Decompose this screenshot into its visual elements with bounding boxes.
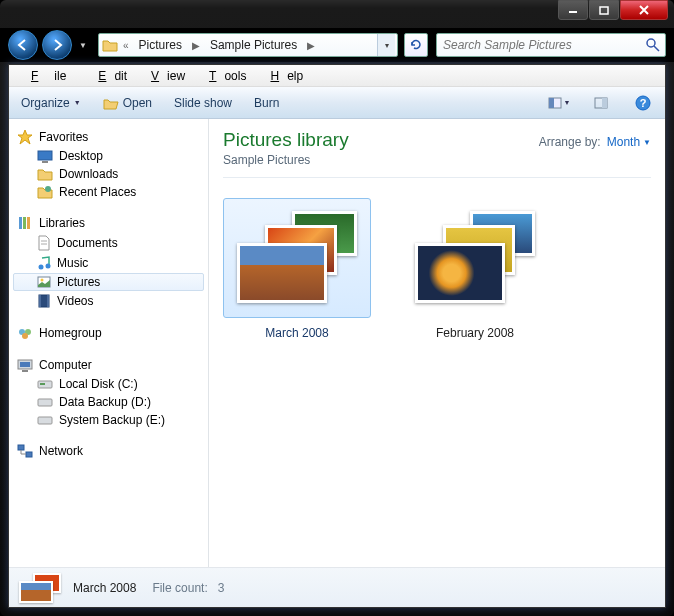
group-february-2008[interactable]: February 2008 [401,198,549,340]
folder-icon [37,167,53,181]
svg-rect-14 [23,217,26,229]
drive-icon [37,414,53,426]
svg-rect-36 [26,452,32,457]
svg-rect-33 [38,399,52,406]
video-icon [37,293,51,309]
homegroup-header[interactable]: Homegroup [13,323,204,343]
chevron-right-icon[interactable]: ▶ [190,40,202,51]
nav-downloads[interactable]: Downloads [13,165,204,183]
svg-point-27 [22,333,28,339]
libraries-header[interactable]: Libraries [13,213,204,233]
help-button[interactable]: ? [629,92,657,114]
open-button[interactable]: Open [99,94,156,112]
content-pane: Pictures library Sample Pictures Arrange… [209,119,665,567]
navigation-bar: ▼ « Pictures ▶ Sample Pictures ▶ ▾ [0,28,674,62]
star-icon [17,129,33,145]
svg-rect-30 [22,370,28,372]
svg-rect-15 [27,217,30,229]
network-header[interactable]: Network [13,441,204,461]
svg-rect-11 [42,161,48,163]
arrange-dropdown[interactable]: Month ▼ [607,135,651,149]
svg-point-21 [41,279,44,282]
group-label: March 2008 [223,326,371,340]
homegroup-icon [17,325,33,341]
view-options-button[interactable]: ▼ [545,92,573,114]
nav-drive-c[interactable]: Local Disk (C:) [13,375,204,393]
forward-button[interactable] [42,30,72,60]
menu-tools[interactable]: Tools [193,67,254,85]
computer-icon [17,357,33,373]
search-box [436,33,666,57]
address-dropdown[interactable]: ▾ [377,34,395,56]
folder-open-icon [103,96,119,110]
drive-icon [37,396,53,408]
breadcrumb-sample-pictures[interactable]: Sample Pictures [204,38,303,52]
burn-button[interactable]: Burn [250,94,283,112]
nav-drive-e[interactable]: System Backup (E:) [13,411,204,429]
group-march-2008[interactable]: March 2008 [223,198,371,340]
library-subtitle: Sample Pictures [223,153,349,167]
network-icon [17,443,33,459]
menu-edit[interactable]: Edit [82,67,135,85]
desktop-icon [37,149,53,163]
computer-header[interactable]: Computer [13,355,204,375]
menu-bar: File Edit View Tools Help [9,65,665,87]
libraries-icon [17,215,33,231]
chevron-right-icon[interactable]: ▶ [305,40,317,51]
group-label: February 2008 [401,326,549,340]
status-count-value: 3 [218,581,225,595]
arrange-label: Arrange by: [539,135,601,149]
svg-rect-13 [19,217,22,229]
breadcrumb-overflow[interactable]: « [121,40,131,51]
organize-button[interactable]: Organize▼ [17,94,85,112]
nav-documents[interactable]: Documents [13,233,204,253]
svg-rect-32 [40,383,45,385]
svg-rect-29 [20,362,30,367]
favorites-header[interactable]: Favorites [13,127,204,147]
nav-history-dropdown[interactable]: ▼ [76,34,90,56]
search-input[interactable] [437,34,665,56]
svg-rect-0 [569,11,577,13]
svg-rect-35 [18,445,24,450]
search-icon[interactable] [645,37,661,53]
svg-rect-23 [39,295,41,307]
music-icon [37,255,51,271]
svg-rect-7 [602,98,607,108]
svg-rect-5 [549,98,554,108]
drive-icon [37,378,53,390]
selection-thumbnail [19,573,63,603]
maximize-button[interactable] [589,0,619,20]
navigation-pane: Favorites Desktop Downloads Recent Place… [9,119,209,567]
svg-point-18 [39,265,44,270]
svg-text:?: ? [640,97,647,109]
nav-music[interactable]: Music [13,253,204,273]
nav-videos[interactable]: Videos [13,291,204,311]
svg-rect-24 [47,295,49,307]
menu-help[interactable]: Help [254,67,311,85]
minimize-button[interactable] [558,0,588,20]
nav-drive-d[interactable]: Data Backup (D:) [13,393,204,411]
recent-icon [37,185,53,199]
picture-icon [37,275,51,289]
refresh-button[interactable] [404,33,428,57]
close-button[interactable] [620,0,668,20]
svg-rect-1 [600,7,608,14]
details-pane: March 2008 File count: 3 [9,567,665,607]
slideshow-button[interactable]: Slide show [170,94,236,112]
command-bar: Organize▼ Open Slide show Burn ▼ ? [9,87,665,119]
status-name: March 2008 [73,581,136,595]
library-title: Pictures library [223,129,349,151]
explorer-window: ▼ « Pictures ▶ Sample Pictures ▶ ▾ File … [0,0,674,616]
titlebar [0,0,674,28]
svg-rect-10 [38,151,52,160]
svg-point-19 [46,264,51,269]
back-button[interactable] [8,30,38,60]
nav-desktop[interactable]: Desktop [13,147,204,165]
nav-recent-places[interactable]: Recent Places [13,183,204,201]
menu-file[interactable]: File [15,67,82,85]
breadcrumb-pictures[interactable]: Pictures [133,38,188,52]
address-bar[interactable]: « Pictures ▶ Sample Pictures ▶ ▾ [98,33,398,57]
preview-pane-button[interactable] [587,92,615,114]
nav-pictures[interactable]: Pictures [13,273,204,291]
menu-view[interactable]: View [135,67,193,85]
